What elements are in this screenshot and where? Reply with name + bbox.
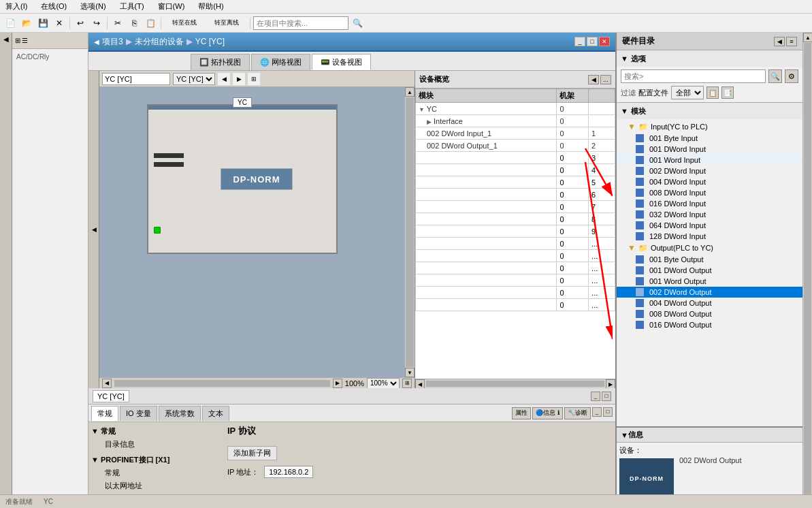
table-row[interactable]: 0... bbox=[416, 287, 615, 299]
redo-btn[interactable]: ↪ bbox=[89, 16, 104, 31]
table-row[interactable]: 07 bbox=[416, 201, 615, 213]
hw-item-064dword-input[interactable]: 064 DWord Input bbox=[617, 220, 802, 231]
tab-props-io[interactable]: IO 变量 bbox=[120, 406, 157, 421]
scroll-up-btn[interactable]: ▲ bbox=[405, 87, 415, 97]
hw-more-btn[interactable]: ≡ bbox=[786, 37, 797, 46]
scroll-left-btn[interactable]: ◀ bbox=[102, 379, 112, 388]
hw-modules-header[interactable]: ▼ 模块 bbox=[617, 103, 802, 119]
hw-item-byte-input[interactable]: 001 Byte Input bbox=[617, 133, 802, 144]
menu-item-insert[interactable]: 算入(I) bbox=[3, 0, 30, 13]
hw-item-032dword-input[interactable]: 032 DWord Input bbox=[617, 209, 802, 220]
table-row[interactable]: ▼ YC 0 bbox=[416, 103, 615, 115]
props-item-directory[interactable]: 目录信息 bbox=[91, 438, 221, 451]
new-btn[interactable]: 📄 bbox=[3, 16, 18, 31]
panel-collapse-btn[interactable]: ◀ bbox=[588, 75, 599, 84]
canvas-tool-1[interactable]: ◀ bbox=[218, 73, 230, 85]
props-item-eth[interactable]: 以太网地址 bbox=[91, 479, 221, 492]
save-btn[interactable]: 💾 bbox=[35, 16, 50, 31]
panel-more-btn[interactable]: ... bbox=[600, 75, 611, 84]
hw-item-128dword-input[interactable]: 128 DWord Input bbox=[617, 231, 802, 242]
table-row[interactable]: 0... bbox=[416, 250, 615, 262]
table-row[interactable]: 002 DWord Output_1 0 2 bbox=[416, 140, 615, 152]
canvas-expand[interactable]: ⊞ bbox=[248, 73, 260, 85]
props-info-btn[interactable]: 🔵信息 ℹ bbox=[532, 407, 563, 419]
menu-item-help[interactable]: 帮助(H) bbox=[195, 0, 226, 13]
collapse-icon[interactable]: ◀ bbox=[2, 35, 10, 43]
add-subnet-btn[interactable]: 添加新子网 bbox=[227, 446, 277, 460]
search-input[interactable] bbox=[253, 16, 348, 30]
hw-filter-icon1[interactable]: 📋 bbox=[707, 86, 719, 99]
props-win-max[interactable]: □ bbox=[603, 407, 613, 417]
hw-item-001dword-output[interactable]: 001 DWord Output bbox=[617, 265, 802, 276]
canvas-collapse-bar[interactable]: ◀ bbox=[88, 71, 99, 388]
table-row[interactable]: 002 DWord Input_1 0 1 bbox=[416, 127, 615, 140]
table-row[interactable]: 04 bbox=[416, 164, 615, 176]
tab-props-text[interactable]: 文本 bbox=[202, 406, 229, 421]
left-panel-list-icon[interactable]: ☰ bbox=[22, 37, 28, 44]
hw-info-header[interactable]: ▼ 信息 bbox=[617, 428, 802, 443]
hw-item-002dword-output[interactable]: 002 DWord Output bbox=[617, 287, 802, 298]
table-row[interactable]: ▶ Interface 0 bbox=[416, 115, 615, 127]
menu-item-tools[interactable]: 工具(T) bbox=[117, 0, 147, 13]
hw-item-word-input[interactable]: 001 Word Input bbox=[617, 155, 802, 165]
menu-item-options[interactable]: 选项(N) bbox=[78, 0, 108, 13]
right-scroll-up[interactable]: ▲ bbox=[803, 33, 812, 42]
expand-arrow[interactable]: ▼ bbox=[419, 106, 425, 113]
hw-search-icon-btn[interactable]: 🔍 bbox=[768, 69, 782, 83]
search-btn[interactable]: 🔍 bbox=[350, 16, 365, 31]
hw-item-004dword-output[interactable]: 004 DWord Output bbox=[617, 298, 802, 308]
yc-tab-label[interactable]: YC [YC] bbox=[93, 390, 129, 402]
scroll-right-btn[interactable]: ▶ bbox=[333, 379, 342, 388]
table-row[interactable]: 0... bbox=[416, 299, 615, 311]
tab-network[interactable]: 🌐 网络视图 bbox=[251, 54, 310, 70]
props-diag-btn[interactable]: 🔧诊断 bbox=[564, 407, 591, 419]
hw-filter-select[interactable]: 全部 bbox=[671, 86, 704, 99]
collapse-arrow[interactable]: ◀ bbox=[94, 38, 99, 46]
close-btn[interactable]: ✕ bbox=[52, 16, 67, 31]
menu-item-window[interactable]: 窗口(W) bbox=[155, 0, 188, 13]
maximize-btn[interactable]: □ bbox=[587, 37, 598, 46]
left-panel-toolbar-icon[interactable]: ⊞ bbox=[15, 37, 20, 44]
tab-device[interactable]: 📟 设备视图 bbox=[312, 54, 371, 70]
table-row[interactable]: 06 bbox=[416, 189, 615, 201]
props-attr-btn[interactable]: 属性 bbox=[512, 407, 531, 419]
hw-input-folder[interactable]: ▼ 📁 Input(YC to PLC) bbox=[617, 121, 802, 133]
go-offline-btn[interactable]: 转至离线 bbox=[206, 16, 247, 31]
go-online-btn[interactable]: 转至在线 bbox=[164, 16, 205, 31]
tbl-scroll-right[interactable]: ▶ bbox=[606, 379, 615, 388]
table-row[interactable]: 0... bbox=[416, 238, 615, 250]
hw-item-002dword-input[interactable]: 002 DWord Input bbox=[617, 165, 802, 176]
close-btn[interactable]: ✕ bbox=[599, 37, 610, 46]
copy-btn[interactable]: ⎘ bbox=[127, 16, 142, 31]
undo-btn[interactable]: ↩ bbox=[73, 16, 88, 31]
menu-item-online[interactable]: 在线(O) bbox=[38, 0, 69, 13]
tbl-scroll-left[interactable]: ◀ bbox=[415, 379, 425, 388]
table-row[interactable]: 08 bbox=[416, 213, 615, 225]
open-btn[interactable]: 📂 bbox=[19, 16, 34, 31]
device-name-input[interactable] bbox=[102, 73, 170, 85]
hw-output-folder[interactable]: ▼ 📁 Output(PLC to YC) bbox=[617, 242, 802, 254]
hw-item-016dword-output[interactable]: 016 DWord Output bbox=[617, 319, 802, 330]
yc-tab-min[interactable]: _ bbox=[591, 392, 600, 401]
tab-props-sysconst[interactable]: 系统常数 bbox=[159, 406, 201, 421]
cut-btn[interactable]: ✂ bbox=[110, 16, 125, 31]
table-row[interactable]: 03 bbox=[416, 152, 615, 164]
canvas-tool-2[interactable]: ▶ bbox=[233, 73, 245, 85]
hw-item-dword-input[interactable]: 001 DWord Input bbox=[617, 144, 802, 155]
zoom-select[interactable]: 100% bbox=[367, 378, 400, 389]
paste-btn[interactable]: 📋 bbox=[143, 16, 158, 31]
hw-item-001word-output[interactable]: 001 Word Output bbox=[617, 276, 802, 287]
tab-props-general[interactable]: 常规 bbox=[91, 406, 118, 421]
hw-item-004dword-input[interactable]: 004 DWord Input bbox=[617, 176, 802, 187]
hw-item-008dword-output[interactable]: 008 DWord Output bbox=[617, 308, 802, 319]
hw-filter-icon2[interactable]: 📑 bbox=[721, 86, 734, 99]
hw-item-008dword-input[interactable]: 008 DWord Input bbox=[617, 187, 802, 198]
hw-item-016dword-input[interactable]: 016 DWord Input bbox=[617, 198, 802, 209]
zoom-btn[interactable]: ⊞ bbox=[402, 379, 412, 388]
hw-collapse-btn[interactable]: ◀ bbox=[774, 37, 785, 46]
scroll-down-v-btn[interactable]: ▼ bbox=[405, 368, 415, 377]
iface-arrow[interactable]: ▶ bbox=[427, 118, 432, 125]
table-row[interactable]: 05 bbox=[416, 176, 615, 189]
table-row[interactable]: 0... bbox=[416, 274, 615, 287]
hw-item-byte-output[interactable]: 001 Byte Output bbox=[617, 254, 802, 265]
